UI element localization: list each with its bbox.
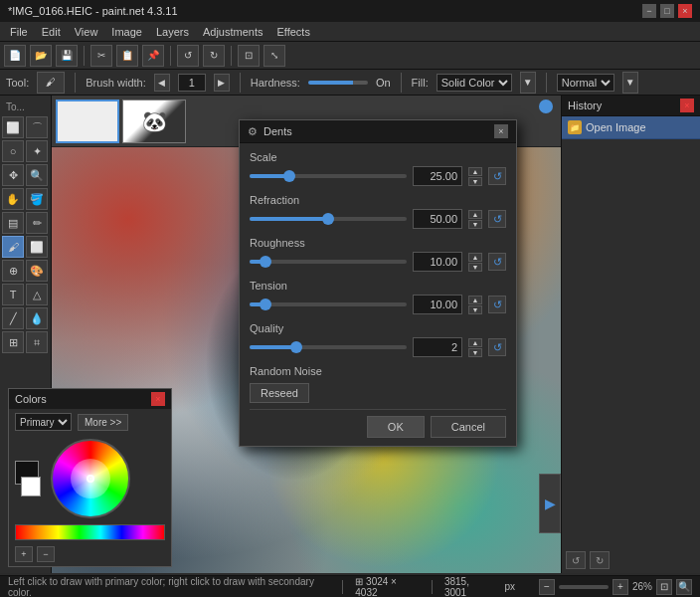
brush-width-decrease[interactable]: ◀ bbox=[154, 74, 170, 92]
roughness-reset-button[interactable]: ↺ bbox=[488, 253, 506, 271]
tool-pencil[interactable]: ✏ bbox=[26, 212, 48, 234]
blend-select[interactable]: Normal bbox=[557, 74, 614, 92]
dents-ok-button[interactable]: OK bbox=[367, 416, 425, 438]
colors-close-button[interactable]: × bbox=[151, 392, 165, 406]
tool-shapes[interactable]: △ bbox=[26, 284, 48, 305]
tension-reset-button[interactable]: ↺ bbox=[488, 296, 506, 313]
scale-up-button[interactable]: ▲ bbox=[468, 167, 482, 176]
color-remove-button[interactable]: − bbox=[37, 546, 55, 562]
scale-reset-button[interactable]: ↺ bbox=[488, 167, 506, 185]
color-wheel[interactable] bbox=[51, 439, 130, 518]
tension-up-button[interactable]: ▲ bbox=[468, 296, 482, 304]
thumbnail-white[interactable] bbox=[56, 100, 119, 143]
crop-button[interactable]: ⊡ bbox=[238, 45, 260, 67]
hardness-slider[interactable] bbox=[308, 81, 368, 85]
roughness-slider[interactable] bbox=[250, 260, 407, 264]
menu-view[interactable]: View bbox=[69, 24, 104, 40]
dents-cancel-button[interactable]: Cancel bbox=[431, 416, 506, 438]
brush-width-input[interactable] bbox=[178, 74, 206, 92]
quality-up-button[interactable]: ▲ bbox=[468, 338, 482, 347]
quality-down-button[interactable]: ▼ bbox=[468, 348, 482, 357]
tool-magic-wand[interactable]: ✦ bbox=[26, 140, 48, 162]
tension-down-button[interactable]: ▼ bbox=[468, 305, 482, 314]
tool-brush[interactable]: 🖌 bbox=[2, 236, 24, 258]
maximize-button[interactable]: □ bbox=[660, 4, 674, 18]
roughness-param-row: Roughness 10.00 ▲ ▼ ↺ bbox=[250, 237, 506, 272]
tension-slider[interactable] bbox=[250, 302, 407, 306]
roughness-down-button[interactable]: ▼ bbox=[468, 263, 482, 272]
refraction-up-button[interactable]: ▲ bbox=[468, 210, 482, 219]
color-spectrum[interactable] bbox=[15, 524, 165, 540]
minimize-button[interactable]: − bbox=[642, 4, 656, 18]
tool-pan[interactable]: ✋ bbox=[2, 188, 24, 210]
random-noise-row: Random Noise bbox=[250, 365, 506, 377]
quality-slider[interactable] bbox=[250, 345, 407, 349]
resize-button[interactable]: ⤡ bbox=[263, 45, 285, 67]
color-wheel-area bbox=[9, 435, 171, 522]
scale-down-button[interactable]: ▼ bbox=[468, 177, 482, 186]
tool-color-picker[interactable]: 💧 bbox=[26, 307, 48, 329]
menu-file[interactable]: File bbox=[4, 24, 34, 40]
zoom-fit-button[interactable]: ⊡ bbox=[656, 579, 672, 595]
color-mode-select[interactable]: Primary bbox=[15, 413, 72, 431]
fill-options-btn[interactable]: ▼ bbox=[520, 72, 536, 94]
history-redo-button[interactable]: ↻ bbox=[590, 551, 610, 569]
zoom-slider[interactable] bbox=[559, 585, 609, 589]
tool-select-lasso[interactable]: ⌒ bbox=[26, 116, 48, 138]
tool-line[interactable]: ╱ bbox=[2, 307, 24, 329]
tool-selector[interactable]: 🖌 bbox=[37, 72, 65, 94]
zoom-out-button[interactable]: − bbox=[539, 579, 555, 595]
menu-adjustments[interactable]: Adjustments bbox=[197, 24, 269, 40]
tool-select-ellipse[interactable]: ○ bbox=[2, 140, 24, 162]
redo-button[interactable]: ↻ bbox=[203, 45, 225, 67]
tool-eraser[interactable]: ⬜ bbox=[26, 236, 48, 258]
history-title: History bbox=[568, 100, 602, 111]
scroll-right-btn[interactable]: ▶ bbox=[539, 474, 561, 533]
dents-close-button[interactable]: × bbox=[494, 124, 508, 138]
blend-options-btn[interactable]: ▼ bbox=[622, 72, 638, 94]
tool-text[interactable]: T bbox=[2, 284, 24, 305]
tool-gradient[interactable]: ▤ bbox=[2, 212, 24, 234]
tool-move[interactable]: ✥ bbox=[2, 164, 24, 186]
zoom-100-button[interactable]: 🔍 bbox=[676, 579, 692, 595]
menu-image[interactable]: Image bbox=[105, 24, 148, 40]
refraction-slider[interactable] bbox=[250, 217, 407, 221]
thumbnail-panda[interactable]: 🐼 bbox=[122, 100, 186, 143]
open-button[interactable]: 📂 bbox=[30, 45, 52, 67]
copy-button[interactable]: 📋 bbox=[116, 45, 138, 67]
roughness-up-button[interactable]: ▲ bbox=[468, 253, 482, 262]
paste-button[interactable]: 📌 bbox=[142, 45, 164, 67]
quality-reset-button[interactable]: ↺ bbox=[488, 338, 506, 356]
history-undo-button[interactable]: ↺ bbox=[566, 551, 586, 569]
menu-edit[interactable]: Edit bbox=[36, 24, 67, 40]
scroll-right-icon: ▶ bbox=[545, 496, 556, 511]
tool-extra-1[interactable]: ⊞ bbox=[2, 331, 24, 353]
color-controls: Primary More >> bbox=[9, 409, 171, 435]
close-button[interactable]: × bbox=[678, 4, 692, 18]
history-item-open[interactable]: 📁 Open Image bbox=[562, 116, 700, 139]
menu-effects[interactable]: Effects bbox=[271, 24, 316, 40]
color-wheel-cursor bbox=[87, 475, 94, 483]
zoom-in-button[interactable]: + bbox=[612, 579, 628, 595]
tool-clone[interactable]: ⊕ bbox=[2, 260, 24, 282]
undo-button[interactable]: ↺ bbox=[177, 45, 199, 67]
color-more-button[interactable]: More >> bbox=[78, 414, 128, 431]
bg-color-swatch[interactable] bbox=[21, 477, 41, 497]
new-button[interactable]: 📄 bbox=[4, 45, 26, 67]
fill-select[interactable]: Solid Color bbox=[437, 74, 512, 92]
scale-slider[interactable] bbox=[250, 174, 407, 178]
tool-zoom[interactable]: 🔍 bbox=[26, 164, 48, 186]
save-button[interactable]: 💾 bbox=[56, 45, 78, 67]
tool-paint-bucket[interactable]: 🪣 bbox=[26, 188, 48, 210]
brush-width-increase[interactable]: ▶ bbox=[214, 74, 230, 92]
color-add-button[interactable]: + bbox=[15, 546, 33, 562]
menu-layers[interactable]: Layers bbox=[150, 24, 195, 40]
tool-recolor[interactable]: 🎨 bbox=[26, 260, 48, 282]
refraction-down-button[interactable]: ▼ bbox=[468, 220, 482, 229]
refraction-reset-button[interactable]: ↺ bbox=[488, 210, 506, 228]
cut-button[interactable]: ✂ bbox=[90, 45, 112, 67]
reseed-button[interactable]: Reseed bbox=[250, 383, 309, 403]
history-close-button[interactable]: × bbox=[680, 99, 694, 112]
tool-select-rect[interactable]: ⬜ bbox=[2, 116, 24, 138]
tool-extra-2[interactable]: ⌗ bbox=[26, 331, 48, 353]
